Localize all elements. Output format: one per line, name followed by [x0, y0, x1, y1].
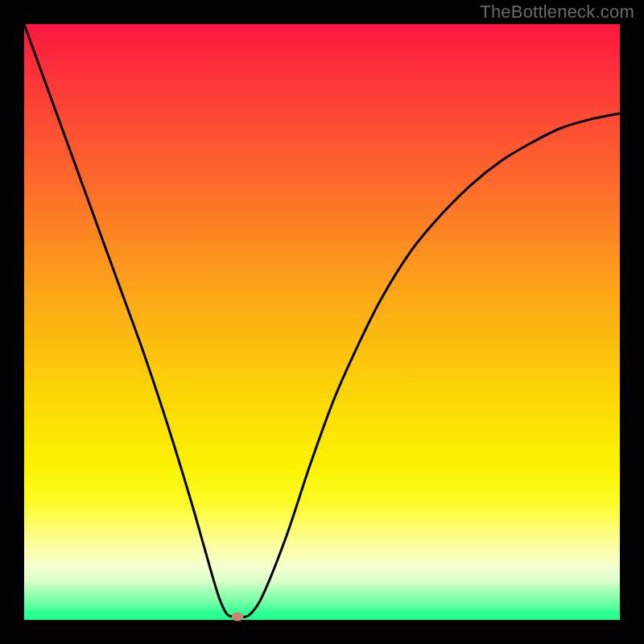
chart-frame: TheBottleneck.com [0, 0, 644, 644]
bottleneck-curve [24, 24, 620, 620]
optimum-marker [231, 613, 243, 621]
watermark-text: TheBottleneck.com [480, 2, 634, 23]
plot-area [24, 24, 620, 620]
